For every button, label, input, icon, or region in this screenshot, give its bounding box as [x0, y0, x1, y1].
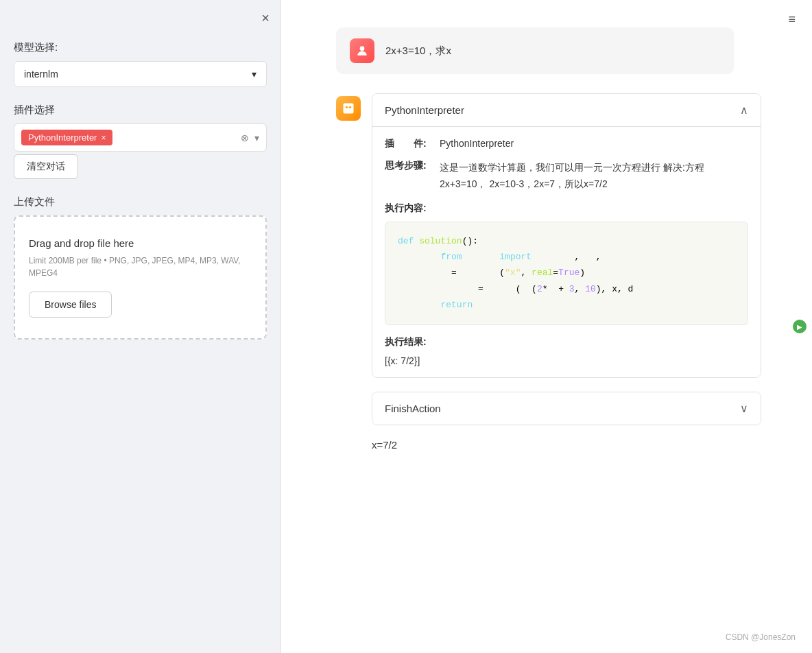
- bot-response: PythonInterpreter ∧ 插 件: PythonInterpret…: [336, 93, 761, 451]
- plugin-clear-icon[interactable]: ⊗: [241, 132, 249, 143]
- plugin-select[interactable]: PythonInterpreter × ⊗ ▾: [14, 123, 267, 152]
- sidebar: × 模型选择: internlm ▾ 插件选择 PythonInterprete…: [0, 0, 281, 653]
- plugin-row-value: PythonInterpreter: [440, 138, 514, 149]
- svg-rect-1: [344, 104, 354, 114]
- plugin-section-label: 插件选择: [14, 104, 267, 117]
- code-line-2: from sympy import symbols, Eq, solve: [398, 249, 735, 265]
- response-content: PythonInterpreter ∧ 插 件: PythonInterpret…: [372, 93, 761, 451]
- user-message-text: 2x+3=10，求x: [385, 45, 451, 58]
- plugin-row: 插 件: PythonInterpreter: [385, 138, 748, 150]
- plugin-tag-label: PythonInterpreter: [28, 132, 97, 143]
- thinking-label: 思考步骤:: [385, 160, 440, 172]
- card-title: PythonInterpreter: [385, 104, 464, 116]
- finish-header: FinishAction ∨: [372, 392, 761, 425]
- model-value: internlm: [24, 69, 58, 80]
- menu-icon[interactable]: ≡: [788, 12, 796, 27]
- thinking-text: 这是一道数学计算题，我们可以用一元一次方程进行 解决:方程2x+3=10， 2x…: [440, 160, 748, 193]
- card-collapse-icon[interactable]: ∧: [740, 104, 748, 117]
- plugin-tag-close-icon[interactable]: ×: [101, 134, 106, 142]
- finish-title: FinishAction: [385, 403, 441, 414]
- upload-section-label: 上传文件: [14, 195, 267, 209]
- plugin-controls: ⊗ ▾: [241, 132, 259, 143]
- bot-avatar: [336, 96, 361, 121]
- code-line-4: result = solve(Eq(2*x + 3, 10), x, d: [398, 281, 735, 297]
- code-line-3: x = symbols("x", real=True): [398, 265, 735, 281]
- browse-files-button[interactable]: Browse files: [29, 292, 112, 318]
- finish-action-card: FinishAction ∨: [372, 392, 761, 425]
- chevron-down-icon: ▾: [252, 69, 256, 80]
- code-line-1: def solution():: [398, 233, 735, 249]
- plugin-chevron-down-icon[interactable]: ▾: [254, 132, 259, 143]
- python-interpreter-card: PythonInterpreter ∧ 插 件: PythonInterpret…: [372, 93, 761, 378]
- svg-point-2: [346, 106, 348, 108]
- plugin-tag: PythonInterpreter ×: [21, 130, 112, 145]
- card-header: PythonInterpreter ∧: [372, 94, 761, 127]
- plugin-row-label: 插 件:: [385, 138, 440, 150]
- finish-chevron-down-icon[interactable]: ∨: [740, 402, 748, 415]
- watermark: CSDN @JonesZon: [726, 632, 796, 642]
- clear-conversation-button[interactable]: 清空对话: [14, 154, 78, 179]
- file-upload-area[interactable]: Drag and drop file here Limit 200MB per …: [14, 215, 267, 340]
- upload-drag-text: Drag and drop file here: [29, 237, 252, 249]
- svg-point-3: [349, 106, 351, 108]
- model-section-label: 模型选择:: [14, 41, 267, 54]
- user-avatar: [350, 38, 374, 63]
- result-value: [{x: 7/2}]: [385, 355, 748, 366]
- code-block: def solution(): from sympy import symbol…: [385, 222, 748, 325]
- svg-point-0: [360, 46, 365, 51]
- scroll-indicator[interactable]: ▶: [793, 320, 807, 333]
- exec-label: 执行内容:: [385, 202, 748, 215]
- main-content: ≡ 2x+3=10，求x PythonInterpreter ∧: [281, 0, 812, 653]
- upload-limit-text: Limit 200MB per file • PNG, JPG, JPEG, M…: [29, 254, 252, 279]
- card-body: 插 件: PythonInterpreter 思考步骤: 这是一道数学计算题，我…: [372, 127, 761, 377]
- model-select[interactable]: internlm ▾: [14, 61, 267, 87]
- user-message: 2x+3=10，求x: [336, 27, 734, 74]
- final-answer: x=7/2: [372, 439, 761, 451]
- code-line-5: return result: [398, 297, 735, 313]
- result-label: 执行结果:: [385, 336, 748, 348]
- thinking-row: 思考步骤: 这是一道数学计算题，我们可以用一元一次方程进行 解决:方程2x+3=…: [385, 160, 748, 193]
- close-button[interactable]: ×: [261, 11, 270, 25]
